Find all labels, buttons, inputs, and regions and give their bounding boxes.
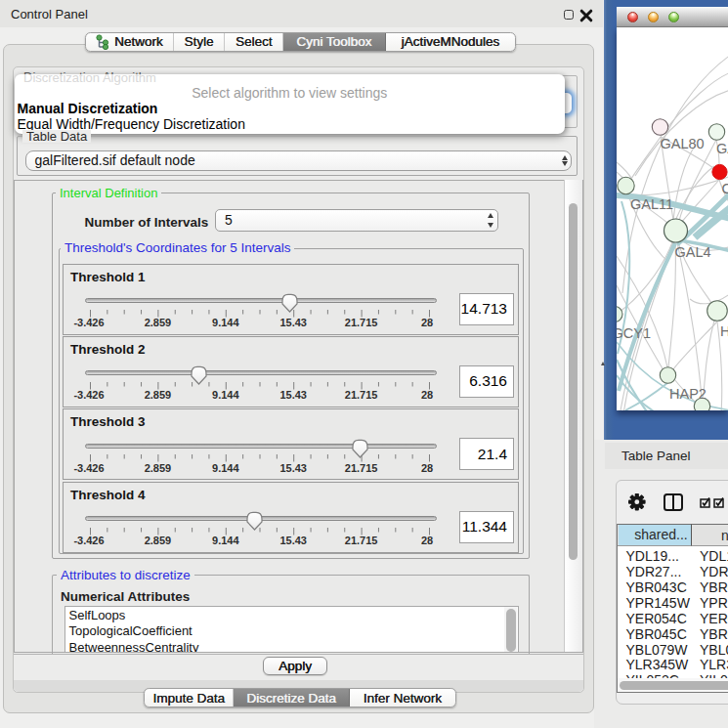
svg-text:GA: GA	[716, 141, 728, 156]
svg-text:GAL80: GAL80	[661, 136, 705, 151]
svg-text:C: C	[722, 181, 728, 196]
svg-text:GAL11: GAL11	[630, 196, 673, 212]
svg-text:GCY1: GCY1	[617, 325, 651, 341]
svg-text:GAL4: GAL4	[675, 244, 711, 260]
svg-text:HAP2: HAP2	[669, 386, 707, 402]
svg-text:HA: HA	[720, 323, 728, 339]
